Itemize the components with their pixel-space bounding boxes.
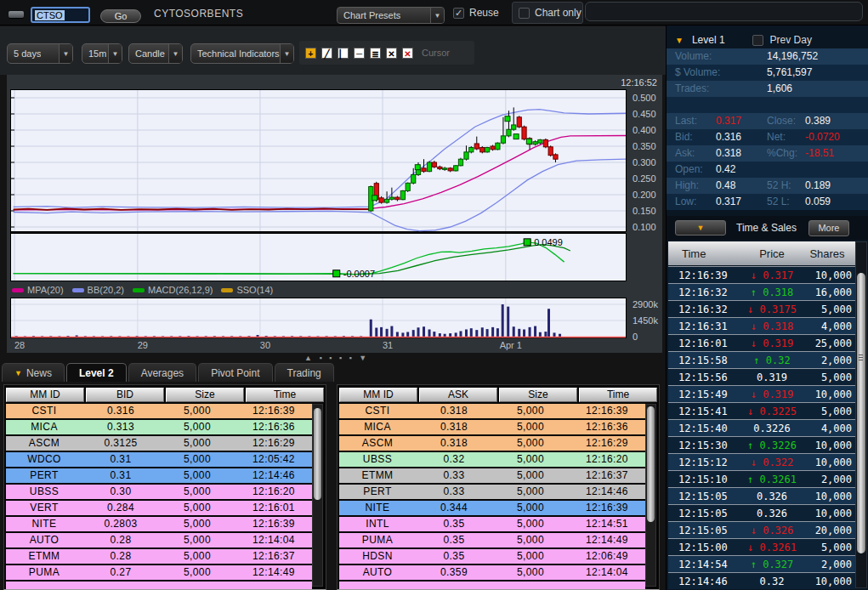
trade-price: 0.32: [740, 576, 804, 587]
column-header[interactable]: Size: [166, 388, 244, 402]
level1-collapse-icon[interactable]: ▼: [675, 36, 684, 45]
column-header[interactable]: Size: [499, 388, 577, 402]
column-header[interactable]: Time: [579, 388, 657, 402]
level2-row[interactable]: MICA0.3135,00012:16:36: [6, 420, 312, 434]
ask-scrollbar[interactable]: [645, 404, 656, 587]
level2-row[interactable]: PERT0.335,00012:14:46: [339, 485, 645, 499]
chart-presets-select[interactable]: Chart Presets ▼: [337, 7, 445, 24]
trade-row[interactable]: 12:15:30↑ 0.322610,000: [668, 436, 855, 453]
vertical-line-icon[interactable]: ▏: [338, 48, 349, 59]
chart-scroll-arrows[interactable]: ▲ ▪ ▪ ▪ ▪ ▼: [304, 354, 369, 362]
trade-row[interactable]: 12:15:10↑ 0.32612,000: [668, 470, 855, 487]
trade-shares: 5,000: [804, 372, 855, 383]
delete-all-icon[interactable]: ✕: [402, 48, 413, 59]
bid-scrollbar[interactable]: [312, 404, 323, 587]
level2-row[interactable]: INTL0.355,00012:14:51: [339, 517, 645, 531]
volume-chart[interactable]: 2900k1450k028293031Apr 1: [10, 298, 660, 352]
level2-row[interactable]: [6, 581, 312, 590]
tab-trading[interactable]: Trading: [275, 363, 334, 382]
trade-row[interactable]: 12:15:400.32264,000: [668, 419, 855, 436]
trade-row[interactable]: 12:16:01↓ 0.31925,000: [668, 334, 855, 351]
price-chart[interactable]: 0.5000.4500.4000.3500.3000.2500.2000.150…: [10, 89, 660, 282]
trade-row[interactable]: 12:15:58↑ 0.322,000: [668, 351, 855, 368]
trade-row[interactable]: 12:15:41↓ 0.32255,000: [668, 402, 855, 419]
trade-row[interactable]: 12:15:560.3195,000: [668, 368, 855, 385]
chart-only-checkbox[interactable]: [519, 8, 530, 19]
level2-row[interactable]: ETMM0.335,00012:16:37: [339, 468, 645, 483]
trade-row[interactable]: 12:16:32↑ 0.31816,000: [668, 283, 855, 300]
period-select[interactable]: 5 days ▼: [7, 43, 73, 64]
delete-icon[interactable]: ✕: [386, 48, 397, 59]
indicators-select[interactable]: Technical Indicators ▼: [190, 43, 294, 64]
trade-row[interactable]: 12:15:050.32610,000: [668, 487, 855, 504]
prev-day-checkbox[interactable]: [752, 35, 763, 46]
trade-price: ↑ 0.32: [740, 355, 804, 366]
trade-row[interactable]: 12:15:49↓ 0.31910,000: [668, 385, 855, 402]
level2-row[interactable]: ETMM0.285,00012:16:37: [6, 549, 312, 564]
chart-legend: MPA(20)BB(20,2)MACD(26,12,9)SSO(14): [12, 284, 273, 296]
trade-row[interactable]: 12:16:39↓ 0.31710,000: [668, 266, 855, 283]
notes-icon[interactable]: ≣: [370, 48, 381, 59]
trade-row[interactable]: 12:16:31↓ 0.3184,000: [668, 317, 855, 334]
trade-row[interactable]: 12:16:32↓ 0.31755,000: [668, 300, 855, 317]
trade-time: 12:15:05: [668, 508, 740, 519]
trade-row[interactable]: 12:14:54↑ 0.3272,000: [668, 555, 855, 572]
trade-row[interactable]: 12:15:00↓ 0.32615,000: [668, 538, 855, 555]
horizontal-line-icon[interactable]: ─: [354, 48, 365, 59]
column-header[interactable]: Price: [740, 247, 804, 260]
legend-item: BB(20,2): [72, 285, 124, 295]
level2-row[interactable]: PUMA0.275,00012:14:49: [6, 565, 312, 580]
go-button[interactable]: Go: [100, 9, 141, 23]
level2-row[interactable]: PUMA0.355,00012:14:49: [339, 533, 645, 547]
tab-pivot-point[interactable]: Pivot Point: [198, 363, 272, 382]
level2-row[interactable]: AUTO0.285,00012:14:04: [6, 533, 312, 547]
ask-scroll-thumb[interactable]: [647, 406, 655, 522]
column-header[interactable]: ASK: [419, 388, 497, 402]
tab-averages[interactable]: Averages: [128, 363, 196, 382]
trade-shares: 2,000: [804, 559, 855, 570]
level2-row[interactable]: HDSN0.355,00012:06:49: [339, 549, 645, 564]
trade-time: 12:16:32: [668, 286, 740, 298]
time-sales-dropdown[interactable]: ▼: [675, 220, 726, 235]
trendline-icon[interactable]: ╱: [321, 48, 332, 59]
level2-row[interactable]: NITE0.28035,00012:16:39: [6, 517, 312, 531]
level2-row[interactable]: PERT0.315,00012:14:46: [6, 468, 312, 483]
tab-news[interactable]: ▼News: [2, 363, 65, 382]
time-sales-scroll-thumb[interactable]: [857, 273, 865, 553]
trade-row[interactable]: 12:15:050.32610,000: [668, 504, 855, 521]
chart-type-select[interactable]: Candle ▼: [128, 43, 183, 64]
more-button[interactable]: More: [808, 220, 849, 236]
menu-icon[interactable]: [9, 11, 24, 18]
column-header[interactable]: BID: [86, 388, 164, 402]
column-header[interactable]: Time: [246, 388, 324, 402]
trade-row[interactable]: 12:15:12↓ 0.32210,000: [668, 453, 855, 470]
level2-row[interactable]: ASCM0.31255,00012:16:29: [6, 436, 312, 451]
bid-scroll-thumb[interactable]: [314, 408, 321, 500]
level2-row[interactable]: AUTO0.3595,00012:14:04: [339, 565, 645, 580]
cell: 12:16:39: [569, 404, 645, 418]
column-header[interactable]: MM ID: [6, 388, 84, 402]
trade-row[interactable]: 12:14:460.3210,000: [668, 572, 855, 589]
level2-row[interactable]: NITE0.3445,00012:16:39: [339, 501, 645, 515]
trade-row[interactable]: 12:15:05↓ 0.32620,000: [668, 521, 855, 538]
level2-row[interactable]: MICA0.3185,00012:16:36: [339, 420, 645, 434]
level2-row[interactable]: CSTI0.3165,00012:16:39: [6, 404, 312, 418]
tab-level-2[interactable]: Level 2: [66, 363, 127, 382]
add-icon[interactable]: +: [305, 48, 316, 59]
level2-row[interactable]: WDCO0.315,00012:05:42: [6, 452, 312, 467]
reuse-checkbox[interactable]: ✓: [453, 8, 464, 19]
trade-price: ↓ 0.317: [740, 269, 804, 281]
level2-row[interactable]: VERT0.2845,00012:16:01: [6, 501, 312, 515]
level2-row[interactable]: CSTI0.3185,00012:16:39: [339, 404, 645, 418]
interval-select[interactable]: 15m ▼: [82, 43, 122, 64]
column-header[interactable]: Shares: [804, 247, 850, 260]
level2-row[interactable]: UBSS0.305,00012:16:20: [6, 485, 312, 499]
time-sales-scrollbar[interactable]: [855, 241, 867, 588]
level2-row[interactable]: UBSS0.325,00012:16:20: [339, 452, 645, 467]
level2-row[interactable]: ASCM0.3185,00012:16:29: [339, 436, 645, 451]
level2-row[interactable]: [339, 581, 645, 590]
column-header[interactable]: MM ID: [339, 388, 417, 402]
cell: 12:14:49: [235, 565, 312, 580]
column-header[interactable]: Time: [668, 247, 740, 260]
symbol-input[interactable]: CTSO: [31, 7, 90, 23]
